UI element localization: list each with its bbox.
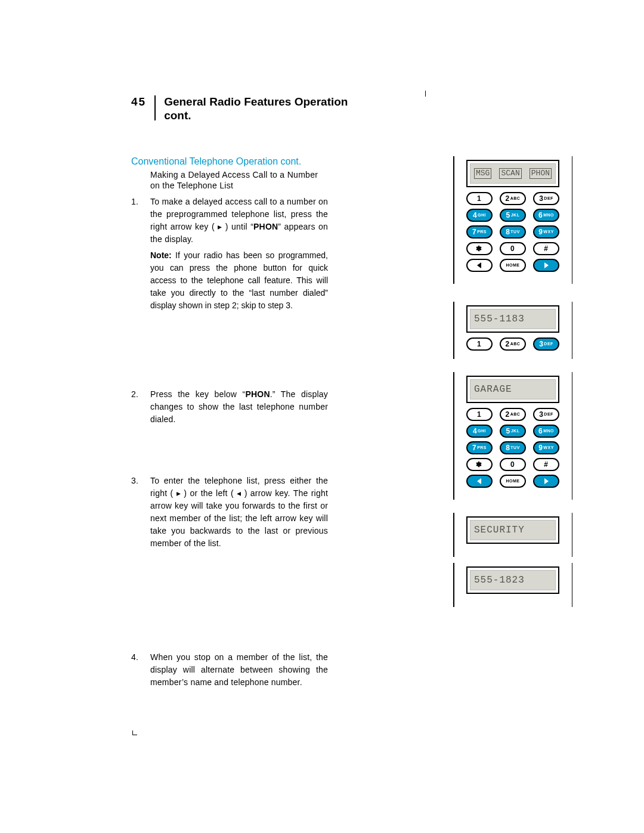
- key-starc-label: ✽: [476, 460, 482, 469]
- key-2-c[interactable]: 2ABC: [500, 408, 526, 421]
- right-arrow-icon: [543, 262, 550, 269]
- key-3-c[interactable]: 3DEF: [533, 408, 559, 421]
- key-7[interactable]: 7PRS: [466, 225, 493, 239]
- step-3-num: 3.: [131, 475, 150, 550]
- key-6[interactable]: 6MNO: [533, 209, 559, 222]
- key-7-s: PRS: [477, 230, 487, 234]
- step-1-num: 1.: [131, 196, 150, 246]
- key-4c-n: 4: [473, 427, 477, 435]
- key-8c-n: 8: [506, 444, 510, 452]
- lcd-3-text: GARAGE: [474, 384, 512, 395]
- key-8[interactable]: 8TUV: [500, 225, 526, 239]
- key-9-s: WXY: [543, 230, 553, 234]
- key-3-b[interactable]: 3DEF: [533, 337, 559, 351]
- key-9-n: 9: [538, 228, 543, 236]
- key-4-c[interactable]: 4GHI: [466, 425, 493, 438]
- svg-marker-2: [477, 478, 481, 484]
- step-2-a: Press the key below “: [150, 389, 245, 399]
- right-arrow-key[interactable]: [533, 259, 559, 272]
- key-5-n: 5: [506, 211, 510, 219]
- key-0-label: 0: [510, 244, 515, 253]
- key-2b-n: 2: [506, 340, 510, 348]
- key-7c-n: 7: [472, 444, 476, 452]
- key-6-c[interactable]: 6MNO: [533, 425, 559, 438]
- key-3c-n: 3: [539, 410, 543, 419]
- home-label-c: HOME: [506, 479, 520, 483]
- key-7-c[interactable]: 7PRS: [466, 441, 493, 454]
- key-2-b[interactable]: 2ABC: [500, 337, 526, 351]
- key-5c-s: JKL: [511, 429, 520, 433]
- key-hash-c[interactable]: #: [533, 458, 559, 471]
- left-arrow-key[interactable]: [466, 259, 493, 272]
- key-star-c[interactable]: ✽: [466, 458, 493, 471]
- page-header: 45 General Radio Features Operation cont…: [131, 95, 572, 123]
- keypad-3: 1 2ABC 3DEF 4GHI 5JKL 6MNO 7PRS 8TUV 9WX…: [466, 408, 559, 488]
- key-3b-n: 3: [539, 340, 543, 348]
- step-4: 4. When you stop on a member of the list…: [131, 651, 328, 689]
- step-4-body: When you stop on a member of the list, t…: [150, 651, 328, 689]
- key-3[interactable]: 3DEF: [533, 192, 559, 205]
- figure-1: MSG SCAN PHON 1 2ABC 3DEF 4GHI 5JKL 6MNO: [453, 156, 572, 284]
- key-8-n: 8: [506, 228, 510, 236]
- key-1[interactable]: 1: [466, 192, 493, 205]
- key-2[interactable]: 2ABC: [500, 192, 526, 205]
- step-3-body: To enter the telephone list, press eithe…: [150, 475, 328, 550]
- note-label: Note:: [150, 250, 172, 260]
- softkey-scan: SCAN: [499, 168, 521, 179]
- key-7-n: 7: [472, 228, 476, 236]
- key-star-label: ✽: [476, 244, 482, 253]
- page-number: 45: [131, 95, 154, 109]
- key-9-c[interactable]: 9WXY: [533, 441, 559, 454]
- figure-5: 555-1823: [453, 563, 572, 607]
- key-4[interactable]: 4GHI: [466, 209, 493, 222]
- key-5-c[interactable]: 5JKL: [500, 425, 526, 438]
- figure-3: GARAGE 1 2ABC 3DEF 4GHI 5JKL 6MNO 7PRS: [453, 372, 572, 500]
- home-key[interactable]: HOME: [500, 259, 526, 272]
- keypad-2: 1 2ABC 3DEF: [466, 337, 559, 351]
- key-1c-label: 1: [477, 410, 481, 419]
- lcd-5-text: 555-1823: [474, 575, 525, 586]
- key-hashc-label: #: [544, 460, 548, 469]
- right-arrow-key-c[interactable]: [533, 475, 559, 488]
- key-4-s: GHI: [478, 213, 486, 217]
- step-2: 2. Press the key below “PHON.” The displ…: [131, 388, 328, 426]
- key-8c-s: TUV: [510, 445, 520, 450]
- key-3-s: DEF: [544, 196, 553, 200]
- key-1-b[interactable]: 1: [466, 337, 493, 351]
- key-6-s: MNO: [543, 213, 554, 217]
- lcd-4-text: SECURITY: [474, 525, 525, 535]
- home-key-c[interactable]: HOME: [500, 475, 526, 488]
- key-9c-s: WXY: [543, 445, 553, 450]
- step-1-bold: PHON: [253, 222, 278, 231]
- page-title-l2: cont.: [164, 109, 191, 122]
- key-1-c[interactable]: 1: [466, 408, 493, 421]
- lcd-2-text: 555-1183: [474, 314, 525, 324]
- lcd-5: 555-1823: [466, 566, 559, 594]
- key-2c-n: 2: [506, 410, 510, 419]
- key-3b-s: DEF: [544, 342, 553, 346]
- step-1-note: Note: If your radio has been so programm…: [150, 249, 328, 312]
- key-8-s: TUV: [510, 230, 520, 234]
- key-hash[interactable]: #: [533, 242, 559, 255]
- key-4c-s: GHI: [478, 429, 486, 433]
- key-star[interactable]: ✽: [466, 242, 493, 255]
- key-2-s: ABC: [510, 196, 521, 200]
- left-arrow-icon: [476, 478, 483, 485]
- note-body: If your radio has been so programmed, yo…: [150, 250, 328, 310]
- step-2-bold: PHON: [245, 389, 270, 399]
- key-5[interactable]: 5JKL: [500, 209, 526, 222]
- key-2-n: 2: [506, 194, 510, 203]
- key-8-c[interactable]: 8TUV: [500, 441, 526, 454]
- key-1b-label: 1: [477, 340, 481, 348]
- key-9[interactable]: 9WXY: [533, 225, 559, 239]
- lcd-4: SECURITY: [466, 516, 559, 544]
- softkey-msg: MSG: [474, 168, 491, 179]
- left-arrow-icon: [476, 262, 483, 269]
- key-0-c[interactable]: 0: [500, 458, 526, 471]
- key-0[interactable]: 0: [500, 242, 526, 255]
- left-arrow-key-c[interactable]: [466, 475, 493, 488]
- key-5c-n: 5: [506, 427, 510, 435]
- key-1-label: 1: [477, 194, 481, 203]
- key-4-n: 4: [473, 211, 477, 219]
- step-1-body: To make a delayed access call to a numbe…: [150, 196, 328, 246]
